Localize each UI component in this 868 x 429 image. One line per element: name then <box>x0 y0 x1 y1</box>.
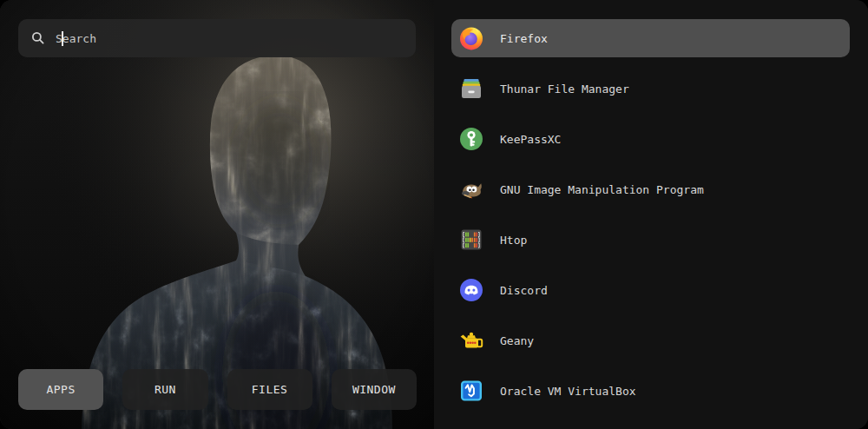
discord-icon <box>458 277 484 303</box>
app-item-label: Oracle VM VirtualBox <box>500 385 636 398</box>
text-caret <box>62 31 63 46</box>
app-item-discord[interactable]: Discord <box>451 271 850 309</box>
app-item-label: Htop <box>500 234 527 247</box>
app-item-htop[interactable]: Htop <box>451 221 850 259</box>
search-bar <box>18 19 416 57</box>
app-item-firefox[interactable]: Firefox <box>451 19 850 57</box>
app-item-geany[interactable]: Geany <box>451 321 850 360</box>
tab-window[interactable]: WINDOW <box>332 369 417 410</box>
htop-icon <box>458 227 484 253</box>
tab-run[interactable]: RUN <box>122 369 207 410</box>
tab-files[interactable]: FILES <box>227 369 312 410</box>
app-item-label: GNU Image Manipulation Program <box>500 183 704 196</box>
search-icon <box>30 30 46 46</box>
geany-icon <box>458 327 484 353</box>
app-item-label: Firefox <box>500 32 548 45</box>
virtualbox-icon <box>458 378 484 404</box>
left-panel: APPS RUN FILES WINDOW <box>0 0 434 429</box>
firefox-icon <box>458 25 484 51</box>
keepassxc-icon <box>458 126 484 152</box>
app-item-gimp[interactable]: GNU Image Manipulation Program <box>451 170 850 208</box>
mode-tabs: APPS RUN FILES WINDOW <box>18 369 417 410</box>
app-item-label: Thunar File Manager <box>500 82 629 96</box>
app-item-label: Geany <box>500 334 534 347</box>
app-item-keepassxc[interactable]: KeePassXC <box>451 120 850 158</box>
app-launcher-window: APPS RUN FILES WINDOW <box>0 0 868 429</box>
app-item-virtualbox[interactable]: Oracle VM VirtualBox <box>451 372 850 410</box>
app-item-label: Discord <box>500 284 548 297</box>
gimp-icon <box>458 176 484 202</box>
app-item-thunar[interactable]: Thunar File Manager <box>451 69 850 108</box>
tab-apps[interactable]: APPS <box>18 369 103 410</box>
background-bust-art <box>0 0 434 429</box>
app-item-label: KeePassXC <box>500 133 561 146</box>
search-input[interactable] <box>54 19 404 57</box>
app-list: Firefox Thunar File Manager K <box>434 0 868 429</box>
thunar-icon <box>458 76 484 102</box>
